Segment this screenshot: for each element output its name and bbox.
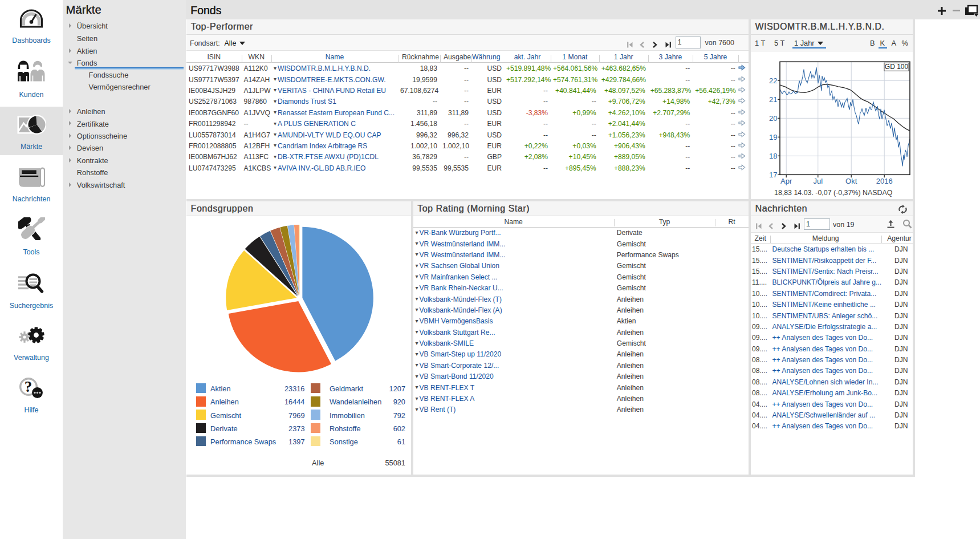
svg-text:GD 100: GD 100	[885, 63, 909, 71]
svg-text:21: 21	[769, 95, 777, 104]
svg-text:Apr: Apr	[780, 177, 792, 185]
svg-text:Okt: Okt	[845, 177, 857, 185]
svg-text:18,83 14.03. -0,07 (-0,37%) NA: 18,83 14.03. -0,07 (-0,37%) NASDAQ	[774, 189, 893, 197]
svg-text:Jul: Jul	[813, 177, 823, 185]
svg-text:2016: 2016	[876, 177, 893, 185]
svg-text:22: 22	[769, 76, 777, 85]
svg-text:17: 17	[769, 171, 777, 179]
svg-text:20: 20	[769, 114, 777, 123]
svg-text:18: 18	[769, 152, 777, 160]
svg-text:19: 19	[769, 133, 777, 141]
svg-text:?: ?	[25, 378, 32, 395]
